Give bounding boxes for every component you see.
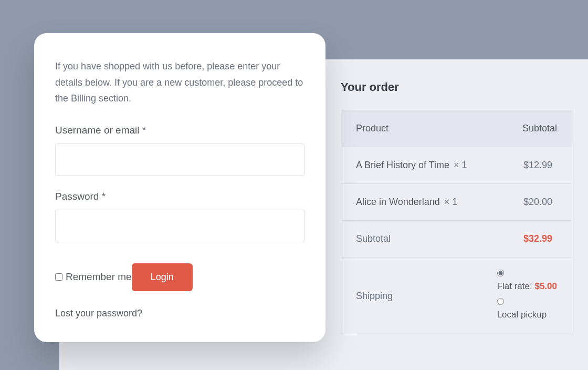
username-input[interactable] (55, 143, 304, 176)
header-subtotal: Subtotal (508, 110, 572, 147)
shipping-flat-radio[interactable] (497, 270, 504, 276)
remember-me-label: Remember me (66, 271, 132, 283)
password-input[interactable] (55, 210, 304, 242)
subtotal-value: $32.99 (509, 221, 572, 257)
shipping-options: Flat rate: $5.00 Local pickup (482, 258, 572, 335)
product-qty: × 1 (454, 160, 467, 171)
remember-me-checkbox[interactable] (55, 273, 62, 281)
table-row: A Brief History of Time × 1 $12.99 (341, 147, 572, 184)
login-modal: If you have shopped with us before, plea… (34, 33, 326, 342)
shipping-flat-label: Flat rate: $5.00 (497, 280, 557, 293)
form-actions: Remember me Login (55, 263, 304, 291)
order-table: Product Subtotal A Brief History of Time… (341, 110, 572, 335)
product-cell: Alice in Wonderland × 1 (341, 184, 509, 220)
product-qty: × 1 (444, 197, 458, 208)
lost-password-link[interactable]: Lost your password? (55, 308, 142, 318)
table-row: Alice in Wonderland × 1 $20.00 (341, 184, 572, 221)
shipping-row: Shipping Flat rate: $5.00 Local pickup (341, 258, 572, 335)
shipping-flat-price: $5.00 (534, 281, 557, 291)
product-price: $12.99 (509, 147, 572, 183)
shipping-label: Shipping (341, 258, 482, 335)
shipping-pickup-option[interactable]: Local pickup (497, 296, 557, 322)
product-name: A Brief History of Time (356, 160, 449, 171)
password-label: Password * (55, 191, 304, 202)
product-price: $20.00 (509, 184, 572, 220)
shipping-flat-option[interactable]: Flat rate: $5.00 (497, 268, 557, 293)
login-intro: If you have shopped with us before, plea… (55, 58, 304, 107)
remember-me[interactable]: Remember me (55, 271, 132, 283)
username-label: Username or email * (55, 125, 304, 136)
order-title: Your order (341, 80, 572, 94)
product-name: Alice in Wonderland (356, 197, 440, 208)
shipping-pickup-radio[interactable] (497, 298, 504, 305)
username-group: Username or email * (55, 125, 304, 176)
subtotal-label: Subtotal (341, 221, 509, 257)
password-group: Password * (55, 191, 304, 242)
login-button[interactable]: Login (132, 263, 193, 291)
header-product: Product (341, 110, 508, 147)
product-cell: A Brief History of Time × 1 (341, 147, 509, 183)
order-header-row: Product Subtotal (341, 110, 572, 147)
subtotal-row: Subtotal $32.99 (341, 221, 572, 258)
shipping-pickup-label: Local pickup (497, 308, 557, 322)
